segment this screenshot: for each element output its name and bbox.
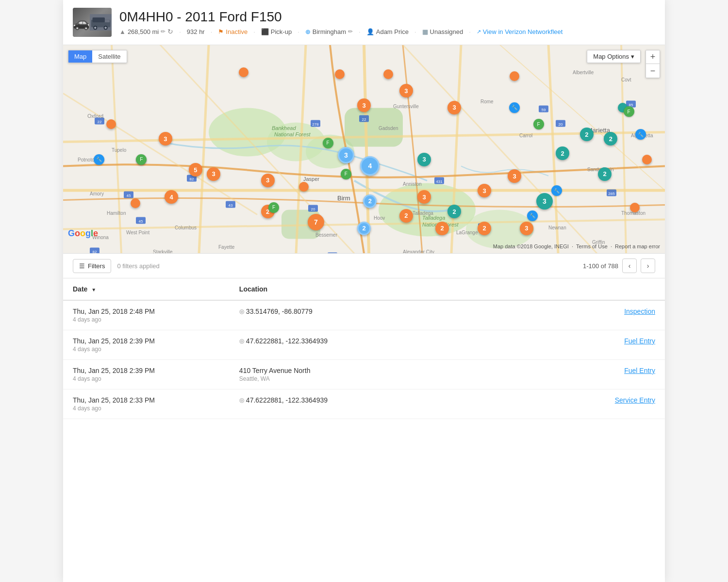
table-row: Thu, Jan 25, 2018 2:39 PM 4 days ago 410…: [63, 360, 665, 389]
filters-icon: ☰: [79, 262, 85, 270]
map-marker[interactable]: [131, 198, 140, 208]
fuel-marker[interactable]: F: [136, 154, 147, 165]
map-marker[interactable]: [510, 71, 519, 81]
cell-date: Thu, Jan 25, 2018 2:48 PM 4 days ago: [73, 307, 239, 323]
map-marker[interactable]: [299, 182, 309, 192]
svg-text:278: 278: [312, 122, 319, 127]
map-marker[interactable]: 3: [536, 193, 553, 210]
user-icon: 👤: [366, 28, 374, 35]
svg-text:20: 20: [559, 122, 563, 127]
cell-date: Thu, Jan 25, 2018 2:39 PM 4 days ago: [73, 337, 239, 353]
map-marker[interactable]: 3: [399, 84, 413, 97]
map-marker[interactable]: 3: [520, 222, 533, 235]
sync-icon[interactable]: ↻: [167, 28, 173, 35]
map-marker[interactable]: 3: [207, 167, 220, 181]
map-marker[interactable]: 7: [308, 214, 324, 230]
map-options-label: Map Options: [593, 53, 629, 60]
map-marker[interactable]: [630, 203, 640, 212]
svg-text:West Point: West Point: [126, 230, 149, 235]
cell-type: Service Entry: [489, 396, 655, 404]
report-link[interactable]: Report a map error: [615, 243, 660, 249]
svg-text:82: 82: [93, 250, 97, 254]
fuel-marker[interactable]: F: [323, 138, 333, 148]
prev-page-button[interactable]: ‹: [622, 259, 637, 273]
map-marker[interactable]: 2: [399, 209, 413, 223]
map-view-toggle[interactable]: Map Satellite: [68, 50, 127, 63]
terms-link[interactable]: Terms of Use: [576, 243, 608, 249]
col-header-date[interactable]: Date ▼: [73, 285, 239, 293]
map-marker[interactable]: [642, 155, 652, 164]
map-marker[interactable]: 4: [165, 190, 178, 204]
mileage-value: 268,500 mi: [128, 28, 159, 35]
map-marker[interactable]: 3: [447, 101, 461, 114]
data-table: Date ▼ Location Thu, Jan 25, 2018 2:48 P…: [63, 278, 665, 419]
external-link[interactable]: ↗ View in Verizon Networkfleet: [477, 28, 563, 35]
cell-type: Fuel Entry: [489, 337, 655, 345]
cell-location: ◎ 33.514769, -86.80779: [239, 307, 489, 315]
map-options-button[interactable]: Map Options ▾: [587, 50, 641, 63]
map-marker[interactable]: 2: [580, 128, 594, 141]
map-marker[interactable]: [239, 67, 248, 77]
cell-location: ◎ 47.6222881, -122.3364939: [239, 396, 489, 404]
tool-marker[interactable]: 🔧: [509, 102, 520, 113]
status-item: ⚑ Inactive: [218, 28, 248, 35]
svg-text:43: 43: [229, 203, 233, 208]
map-zoom-controls[interactable]: + −: [645, 50, 660, 78]
edit-mileage-icon[interactable]: ✏: [161, 28, 165, 35]
map-marker[interactable]: 3: [357, 98, 371, 112]
sep6: ·: [414, 28, 416, 35]
fuel-marker[interactable]: F: [341, 169, 351, 179]
vehicle-info: 0M4HH0 - 2011 Ford F150 ▲ 268,500 mi ✏ ↻…: [119, 9, 655, 35]
entry-type-link[interactable]: Service Entry: [615, 396, 655, 404]
entry-type-link[interactable]: Inspection: [624, 307, 655, 315]
map-marker[interactable]: 2: [363, 194, 377, 208]
zoom-out-button[interactable]: −: [646, 64, 660, 78]
map-marker[interactable]: 3: [417, 190, 431, 204]
svg-text:Albertville: Albertville: [573, 70, 594, 75]
sep1: ·: [179, 28, 181, 35]
map-marker[interactable]: 3: [159, 132, 172, 146]
filters-button[interactable]: ☰ Filters: [73, 259, 111, 273]
map-marker[interactable]: [383, 69, 393, 79]
vehicle-type: Pick-up: [271, 28, 292, 35]
tool-marker[interactable]: 🔧: [527, 210, 538, 221]
satellite-tab[interactable]: Satellite: [92, 50, 126, 63]
entry-type-link[interactable]: Fuel Entry: [624, 367, 655, 374]
map-marker[interactable]: [335, 69, 345, 79]
svg-text:Alexander City: Alexander City: [403, 249, 434, 254]
vehicle-header: 0M4HH0 - 2011 Ford F150 ▲ 268,500 mi ✏ ↻…: [63, 0, 665, 45]
map-marker[interactable]: 2: [447, 205, 461, 218]
map-marker[interactable]: 2: [357, 222, 371, 235]
hours-value: 932 hr: [187, 28, 205, 35]
svg-point-6: [104, 27, 107, 29]
next-page-button[interactable]: ›: [641, 259, 655, 273]
map-marker[interactable]: 2: [556, 146, 569, 160]
map-marker[interactable]: 5: [189, 163, 202, 177]
map-marker[interactable]: 3: [261, 174, 275, 187]
svg-text:Columbus: Columbus: [175, 225, 197, 230]
fuel-marker[interactable]: F: [533, 119, 544, 129]
map-marker[interactable]: 2: [435, 222, 449, 235]
tool-marker[interactable]: 🔧: [635, 129, 646, 140]
zoom-in-button[interactable]: +: [646, 50, 660, 64]
map-marker[interactable]: 3: [478, 184, 491, 197]
col-header-location: Location: [239, 285, 489, 293]
tool-marker[interactable]: 🔧: [551, 185, 562, 196]
map-marker[interactable]: 3: [417, 153, 431, 166]
map-tab[interactable]: Map: [68, 50, 92, 63]
edit-location-icon[interactable]: ✏: [348, 28, 353, 35]
map-container: Oxford Potnotoc Tupelo Amory Hamilton Wi…: [63, 45, 665, 254]
map-marker[interactable]: 2: [598, 167, 612, 181]
map-marker[interactable]: 3: [508, 169, 521, 183]
fuel-marker[interactable]: F: [268, 202, 279, 213]
map-marker[interactable]: 2: [478, 222, 491, 235]
table-header: Date ▼ Location: [63, 278, 665, 301]
map-marker[interactable]: 4: [360, 156, 380, 176]
sep7: ·: [469, 28, 471, 35]
map-marker[interactable]: [106, 119, 116, 129]
tool-marker[interactable]: 🔧: [94, 154, 104, 165]
map-marker[interactable]: 3: [338, 147, 354, 163]
entry-type-link[interactable]: Fuel Entry: [624, 337, 655, 345]
fuel-marker[interactable]: F: [624, 106, 634, 117]
map-marker[interactable]: 2: [604, 132, 617, 146]
